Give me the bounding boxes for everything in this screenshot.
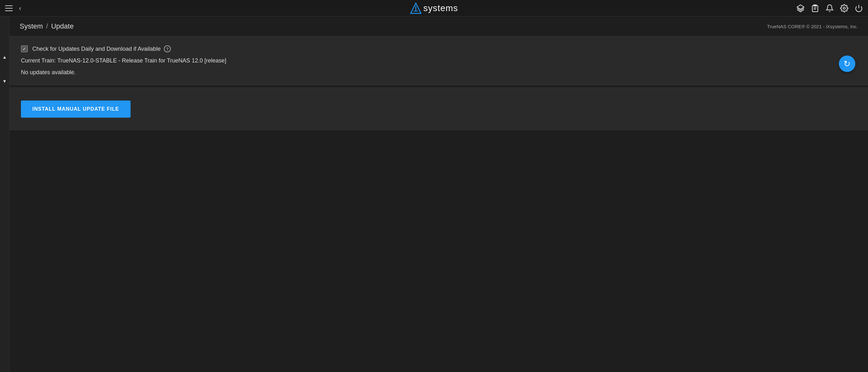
manual-update-section: INSTALL MANUAL UPDATE FILE bbox=[9, 88, 868, 130]
content-area: System / Update TrueNAS CORE® © 2021 - i… bbox=[9, 17, 868, 372]
auto-update-checkbox[interactable]: ✓ bbox=[21, 45, 28, 52]
navbar-left: ‹ bbox=[5, 4, 21, 12]
layers-icon[interactable] bbox=[796, 4, 805, 12]
navbar: ‹ systems bbox=[0, 0, 868, 17]
auto-update-label: Check for Updates Daily and Download if … bbox=[32, 45, 171, 52]
copyright-text: TrueNAS CORE® © 2021 - iXsystems, Inc. bbox=[767, 24, 858, 29]
ix-logo-icon bbox=[410, 3, 422, 14]
update-check-section: ✓ Check for Updates Daily and Download i… bbox=[21, 45, 857, 76]
navbar-center: systems bbox=[410, 3, 458, 14]
logo-text: systems bbox=[423, 3, 458, 13]
refresh-icon: ↻ bbox=[844, 60, 850, 68]
help-icon[interactable]: ? bbox=[164, 45, 171, 52]
hamburger-icon[interactable] bbox=[5, 5, 13, 11]
install-manual-update-button[interactable]: INSTALL MANUAL UPDATE FILE bbox=[21, 101, 130, 118]
bell-icon[interactable] bbox=[826, 4, 834, 12]
breadcrumb-current: Update bbox=[51, 22, 73, 30]
collapse-arrow-down[interactable]: ▼ bbox=[3, 79, 7, 84]
no-updates-text: No updates available. bbox=[21, 69, 857, 76]
main-layout: ▲ ▼ System / Update TrueNAS CORE® © 2021… bbox=[0, 17, 868, 372]
update-check-card: ✓ Check for Updates Daily and Download i… bbox=[9, 36, 868, 85]
back-arrow-icon[interactable]: ‹ bbox=[19, 4, 21, 12]
breadcrumb: System / Update bbox=[20, 22, 73, 30]
breadcrumb-parent[interactable]: System bbox=[20, 22, 43, 30]
checkbox-check-icon: ✓ bbox=[23, 47, 26, 51]
checkbox-row: ✓ Check for Updates Daily and Download i… bbox=[21, 45, 857, 52]
bottom-area bbox=[9, 130, 868, 194]
navbar-right bbox=[796, 4, 863, 12]
svg-point-8 bbox=[843, 7, 845, 9]
refresh-button[interactable]: ↻ bbox=[839, 56, 855, 72]
clipboard-icon[interactable] bbox=[811, 4, 819, 12]
collapse-arrow-up[interactable]: ▲ bbox=[3, 55, 7, 60]
breadcrumb-bar: System / Update TrueNAS CORE® © 2021 - i… bbox=[9, 17, 868, 36]
sidebar-controls: ▲ ▼ bbox=[0, 17, 9, 372]
current-train-text: Current Train: TrueNAS-12.0-STABLE - Rel… bbox=[21, 57, 857, 65]
breadcrumb-separator: / bbox=[46, 22, 48, 30]
power-icon[interactable] bbox=[855, 4, 863, 12]
gear-icon[interactable] bbox=[840, 4, 848, 12]
